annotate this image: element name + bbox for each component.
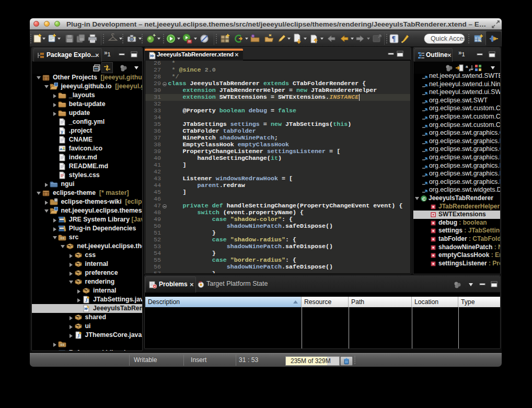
svg-text:¶: ¶ bbox=[392, 35, 396, 43]
svg-text:y: y bbox=[61, 129, 63, 134]
svg-text:C: C bbox=[422, 196, 426, 202]
svg-text:a: a bbox=[466, 64, 468, 69]
svg-text:z: z bbox=[469, 67, 471, 72]
